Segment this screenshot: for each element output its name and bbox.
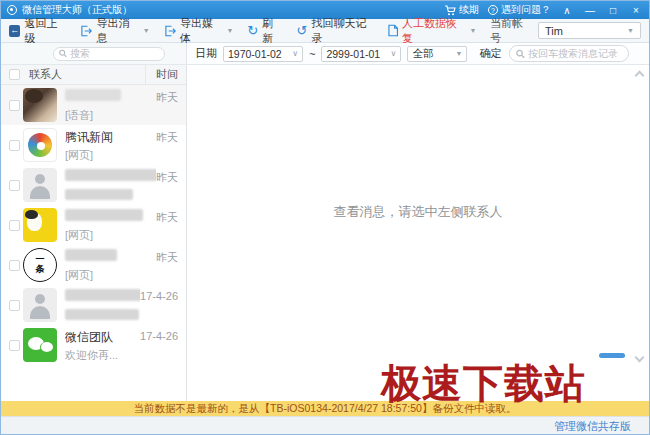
export-messages-button[interactable]: 导出消息 ▼ [80,16,150,46]
return-parent-label: 返回上级 [24,16,66,46]
refresh-icon: ↻ [247,24,258,37]
contact-row[interactable]: 17-4-26 [1,285,186,325]
cart-icon [444,5,456,16]
collapse-button[interactable]: ∧ [560,5,574,16]
date-to-value: 2999-01-01 [326,48,380,60]
date-from-value: 1970-01-02 [228,48,282,60]
contact-list: [语音] 昨天 腾讯新闻 [网页] 昨天 昨天 [网页] 昨天 一 条 [网页] [1,85,186,401]
contact-row[interactable]: 一 条 [网页] 昨天 [1,245,186,285]
refresh-button[interactable]: ↻ 刷新 [247,16,282,46]
contact-row[interactable]: 微信团队 欢迎你再... 17-4-26 [1,325,186,365]
empty-state-text: 查看消息，请选中左侧联系人 [187,203,649,221]
horizontal-scrollbar-thumb[interactable] [599,353,625,358]
vertical-scrollbar[interactable] [633,67,647,363]
account-value: Tim [545,25,563,37]
question-icon: ? [488,5,498,15]
message-time: 17-4-26 [140,285,186,302]
contact-name: 微信团队 [65,330,113,344]
chevron-down-icon: ∨ [292,49,298,58]
app-window: 微信管理大师（正式版） 续期 ? 遇到问题？ ∧ — □ × ← 返回上级 [0,0,650,435]
caret-down-icon: ▼ [143,27,150,34]
date-to-picker[interactable]: 2999-01-01 ∨ [321,46,401,62]
contact-avatar [23,328,57,362]
contact-row[interactable]: 腾讯新闻 [网页] 昨天 [1,125,186,165]
contact-name [65,169,156,181]
select-all-checkbox[interactable] [9,69,20,80]
last-message-preview: [网页] [65,149,93,161]
contact-avatar: 一 条 [23,248,57,282]
last-message-preview [65,189,133,200]
chevron-down-icon: ∨ [391,49,397,58]
contact-name: 腾讯新闻 [65,130,113,144]
scroll-down-icon[interactable] [635,353,645,363]
recover-chat-label: 找回聊天记录 [311,16,373,46]
recover-chat-button[interactable]: ↺ 找回聊天记录 [297,16,374,46]
row-checkbox[interactable] [9,140,20,151]
time-column-header: 时间 [145,64,186,85]
contact-search-input[interactable] [70,48,159,59]
message-time: 昨天 [156,245,186,265]
caret-down-icon: ▼ [469,27,476,34]
caret-down-icon: ▼ [226,27,233,34]
filter-bar: 日期 1970-01-02 ∨ ~ 2999-01-01 ∨ 全部 ▼ 确定 [1,43,649,65]
manage-coexist-link[interactable]: 管理微信共存版 [554,419,631,434]
manual-recovery-label: 人工数据恢复 [402,16,464,46]
contact-name [65,289,140,301]
caret-down-icon: ▼ [627,27,634,34]
row-checkbox[interactable] [9,100,20,111]
row-checkbox[interactable] [9,340,20,351]
last-message-preview: [网页] [65,269,93,281]
contact-name [65,249,117,261]
contact-column-header: 联系人 [29,67,62,82]
account-label: 当前帐号 [490,16,532,46]
message-time: 昨天 [156,205,186,225]
message-pane: 查看消息，请选中左侧联系人 [187,65,649,401]
message-time: 昨天 [156,165,186,185]
maximize-button[interactable]: □ [606,5,620,16]
search-icon [59,49,67,58]
contact-name [65,89,121,101]
contact-row[interactable]: [语音] 昨天 [1,85,186,125]
export-media-label: 导出媒体 [180,16,221,46]
message-type-select[interactable]: 全部 ▼ [407,46,467,62]
message-search-box[interactable] [509,45,629,62]
contact-row[interactable]: 昨天 [1,165,186,205]
last-message-preview [65,309,139,320]
confirm-button[interactable]: 确定 [479,46,501,61]
last-message-preview: 欢迎你再... [65,349,118,361]
date-label: 日期 [195,46,217,61]
contact-row[interactable]: [网页] 昨天 [1,205,186,245]
refresh-label: 刷新 [262,16,282,46]
account-select[interactable]: Tim ▼ [538,22,641,39]
contact-name [65,209,143,221]
app-logo-icon [7,5,17,15]
export-media-button[interactable]: 导出媒体 ▼ [164,16,234,46]
last-message-preview: [语音] [65,109,93,121]
message-search-input[interactable] [528,48,622,59]
status-bar: 管理微信共存版 [1,416,649,435]
contact-avatar [23,208,57,242]
close-button[interactable]: × [629,5,643,16]
export-messages-label: 导出消息 [96,16,137,46]
row-checkbox[interactable] [9,300,20,311]
contact-avatar [23,128,57,162]
last-message-preview: [网页] [65,229,93,241]
caret-down-icon: ▼ [456,50,463,57]
back-icon: ← [9,25,20,37]
row-checkbox[interactable] [9,220,20,231]
manual-recovery-button[interactable]: 人工数据恢复 ▼ [388,16,477,46]
contact-search-box[interactable] [53,47,165,61]
minimize-button[interactable]: — [583,5,597,16]
row-checkbox[interactable] [9,260,20,271]
contact-avatar [23,88,57,122]
row-checkbox[interactable] [9,180,20,191]
toolbar: ← 返回上级 导出消息 ▼ 导出媒体 ▼ ↻ 刷新 ↺ 找回聊天记录 [1,19,649,43]
search-icon [516,49,525,59]
date-from-picker[interactable]: 1970-01-02 ∨ [223,46,303,62]
contact-avatar [23,168,57,202]
site-watermark: 极速下载站 [381,363,586,403]
message-type-value: 全部 [412,47,433,61]
export-icon [164,25,176,37]
scroll-up-icon[interactable] [635,71,645,81]
return-parent-button[interactable]: ← 返回上级 [9,16,66,46]
